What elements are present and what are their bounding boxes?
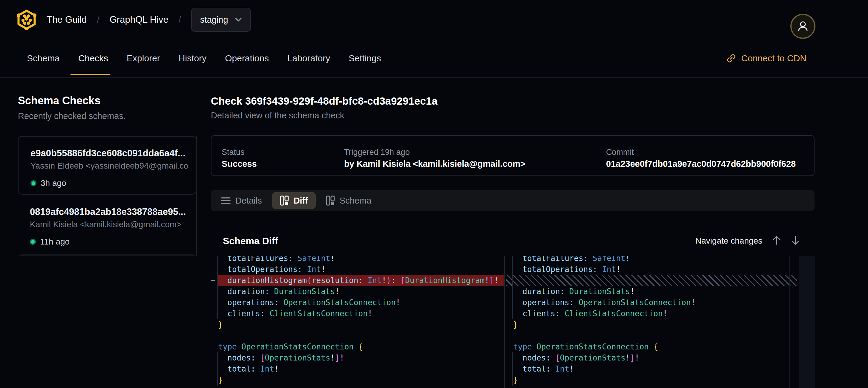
code-line: } bbox=[506, 319, 797, 330]
commit-label: Commit bbox=[606, 148, 634, 157]
target-selector-value: staging bbox=[200, 15, 228, 25]
hive-logo-icon[interactable] bbox=[17, 9, 36, 30]
sidebar-title: Schema Checks bbox=[18, 94, 100, 107]
green-dot-icon bbox=[30, 239, 36, 245]
diff-pane-after: totalFailures: SafeInt! totalOperations:… bbox=[506, 256, 797, 386]
code-line: clients: ClientStatsConnection! bbox=[211, 308, 504, 319]
schema-diff-editor: totalFailures: SafeInt! totalOperations:… bbox=[0, 256, 868, 388]
code-line-removed: − durationHistogram(resolution: Int!): [… bbox=[211, 275, 504, 286]
app-header: The Guild / GraphQL Hive / staging Schem… bbox=[0, 0, 868, 78]
commit-value: 01a23ee0f7db01a9e7ac0d0747d62bb900f0f628 bbox=[606, 159, 796, 169]
code-line: nodes: [OperationStats!]! bbox=[506, 352, 797, 363]
user-icon bbox=[796, 20, 810, 33]
tab-details[interactable]: Details bbox=[213, 192, 270, 209]
code-line: duration: DurationStats! bbox=[506, 286, 797, 297]
nav-tab-settings[interactable]: Settings bbox=[348, 39, 381, 78]
code-line: totalOperations: Int! bbox=[211, 264, 504, 275]
code-line: duration: DurationStats! bbox=[211, 286, 504, 297]
project-breadcrumb[interactable]: GraphQL Hive bbox=[110, 14, 168, 25]
user-avatar[interactable] bbox=[790, 14, 815, 39]
code-line: nodes: [OperationStats!]! bbox=[211, 352, 504, 363]
check-time: 11h ago bbox=[40, 237, 70, 247]
nav-tab-explorer[interactable]: Explorer bbox=[127, 39, 160, 78]
code-line: } bbox=[211, 375, 504, 386]
split-columns-icon bbox=[326, 196, 335, 206]
code-line: totalFailures: SafeInt! bbox=[211, 256, 504, 264]
arrow-down-icon bbox=[791, 235, 800, 245]
target-selector[interactable]: staging bbox=[191, 8, 251, 32]
nav-tab-checks[interactable]: Checks bbox=[78, 39, 108, 78]
arrow-up-icon bbox=[772, 235, 781, 245]
breadcrumb-separator: / bbox=[179, 14, 181, 25]
nav-tab-operations[interactable]: Operations bbox=[225, 39, 269, 78]
split-columns-icon bbox=[280, 196, 289, 206]
code-line: clients: ClientStatsConnection! bbox=[506, 308, 797, 319]
code-line: operations: OperationStatsConnection! bbox=[211, 297, 504, 308]
indent-guide bbox=[512, 352, 513, 386]
triggered-value: by Kamil Kisiela <kamil.kisiela@gmail.co… bbox=[344, 159, 525, 169]
diff-pane-before: totalFailures: SafeInt! totalOperations:… bbox=[211, 256, 504, 386]
sidebar-subtitle: Recently checked schemas. bbox=[18, 111, 126, 121]
indent-guide bbox=[217, 256, 218, 319]
connect-to-cdn-label: Connect to CDN bbox=[741, 53, 806, 63]
code-line: } bbox=[506, 375, 797, 386]
diff-pane-divider bbox=[504, 256, 505, 388]
indent-guide bbox=[217, 352, 218, 386]
primary-nav: Schema Checks Explorer History Operation… bbox=[27, 39, 381, 78]
code-line: type OperationStatsConnection { bbox=[211, 341, 504, 352]
view-tabs: Details Diff Schema bbox=[211, 190, 814, 211]
code-line: } bbox=[211, 319, 504, 330]
code-line: totalFailures: SafeInt! bbox=[506, 256, 797, 264]
list-icon bbox=[221, 197, 230, 205]
check-time: 3h ago bbox=[41, 178, 66, 188]
overview-ruler-border bbox=[789, 256, 790, 388]
removed-line-gutter-icon: − bbox=[211, 275, 217, 286]
nav-tab-history[interactable]: History bbox=[179, 39, 207, 78]
connect-to-cdn-link[interactable]: Connect to CDN bbox=[726, 39, 806, 78]
status-value: Success bbox=[222, 159, 257, 169]
org-breadcrumb[interactable]: The Guild bbox=[46, 14, 87, 25]
breadcrumb: The Guild / GraphQL Hive / staging bbox=[17, 0, 251, 39]
schema-diff-heading: Schema Diff bbox=[223, 236, 278, 247]
tab-diff[interactable]: Diff bbox=[272, 192, 316, 209]
page-title: Check 369f3439-929f-48df-bfc8-cd3a9291ec… bbox=[211, 95, 438, 107]
check-author: Yassin Eldeeb <yassineldeeb94@gmail.co..… bbox=[30, 161, 188, 171]
code-line: operations: OperationStatsConnection! bbox=[506, 297, 797, 308]
code-line bbox=[211, 330, 504, 341]
nav-tab-schema[interactable]: Schema bbox=[27, 39, 60, 78]
triggered-label: Triggered 19h ago bbox=[344, 148, 410, 157]
code-line: totalOperations: Int! bbox=[506, 264, 797, 275]
breadcrumb-separator: / bbox=[97, 14, 99, 25]
tab-schema[interactable]: Schema bbox=[318, 192, 379, 209]
diff-scrollbar[interactable] bbox=[799, 256, 815, 388]
check-list-item[interactable]: 0819afc4981ba2ab18e338788ae95... Kamil K… bbox=[18, 195, 196, 254]
code-line: total: Int! bbox=[506, 363, 797, 375]
tab-diff-label: Diff bbox=[293, 196, 308, 206]
check-status-card: Status Success Triggered 19h ago by Kami… bbox=[211, 135, 814, 176]
navigate-previous-button[interactable] bbox=[771, 234, 782, 246]
status-label: Status bbox=[222, 148, 245, 157]
indent-guide bbox=[512, 256, 513, 319]
tab-details-label: Details bbox=[236, 196, 262, 206]
green-dot-icon bbox=[30, 180, 36, 186]
check-list-item[interactable]: e9a0b55886fd3ce608c091dda6a4f... Yassin … bbox=[18, 136, 196, 195]
navigate-changes-label: Navigate changes bbox=[695, 236, 762, 246]
code-line: type OperationStatsConnection { bbox=[506, 341, 797, 352]
check-hash: 0819afc4981ba2ab18e338788ae95... bbox=[30, 207, 188, 217]
code-line bbox=[506, 330, 797, 341]
page-subtitle: Detailed view of the schema check bbox=[211, 111, 344, 120]
check-hash: e9a0b55886fd3ce608c091dda6a4f... bbox=[30, 148, 188, 159]
link-icon bbox=[726, 53, 737, 64]
code-line: total: Int! bbox=[211, 363, 504, 375]
nav-tab-laboratory[interactable]: Laboratory bbox=[287, 39, 330, 78]
check-author: Kamil Kisiela <kamil.kisiela@gmail.com> bbox=[30, 220, 188, 229]
code-line-placeholder bbox=[506, 275, 797, 286]
navigate-next-button[interactable] bbox=[789, 234, 801, 246]
tab-schema-label: Schema bbox=[340, 196, 371, 206]
chevron-down-icon bbox=[235, 17, 242, 22]
